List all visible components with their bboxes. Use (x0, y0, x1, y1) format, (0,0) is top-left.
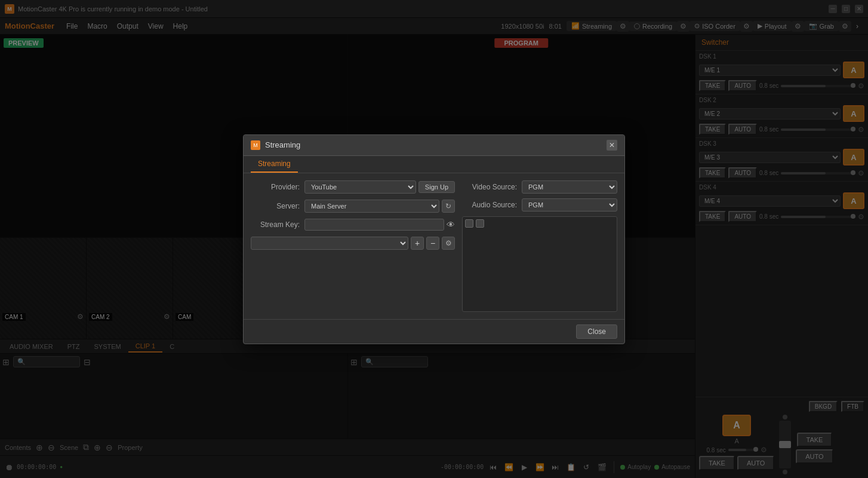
dialog-tab-streaming[interactable]: Streaming (251, 156, 298, 173)
audio-source-select[interactable]: PGM (522, 198, 617, 212)
video-source-row: Video Source: PGM (462, 180, 617, 194)
area-check1[interactable] (465, 219, 473, 228)
provider-select[interactable]: YouTube (304, 180, 416, 194)
provider-label: Provider: (251, 183, 304, 191)
dialog-title: Streaming (265, 140, 607, 149)
stream-area (462, 216, 617, 312)
dialog-tabs: Streaming (244, 156, 624, 173)
streamkey-row: Stream Key: 👁 (251, 219, 455, 231)
server-select[interactable]: Main Server (304, 200, 439, 213)
stream-add-button[interactable]: + (411, 237, 424, 250)
dialog-left: Provider: YouTube Sign Up Server: Main S… (251, 180, 455, 312)
video-source-select[interactable]: PGM (522, 180, 617, 194)
streamkey-label: Stream Key: (251, 220, 304, 229)
dialog-right: Video Source: PGM Audio Source: PGM (462, 180, 617, 312)
streamkey-control: 👁 (304, 219, 455, 231)
stream-settings-button[interactable]: ⚙ (442, 237, 455, 250)
dialog-icon: M (251, 140, 260, 150)
dialog-body: Provider: YouTube Sign Up Server: Main S… (244, 173, 624, 319)
signup-button[interactable]: Sign Up (418, 181, 455, 193)
server-label: Server: (251, 202, 304, 210)
streaming-dialog: M Streaming ✕ Streaming Provider: YouTub… (243, 134, 625, 344)
dialog-overlay: M Streaming ✕ Streaming Provider: YouTub… (0, 0, 868, 478)
dialog-titlebar: M Streaming ✕ (244, 135, 624, 156)
server-control: Main Server ↻ (304, 200, 455, 213)
stream-select[interactable] (251, 237, 408, 250)
stream-add-row: + − ⚙ (251, 237, 455, 250)
video-source-label: Video Source: (462, 183, 522, 191)
audio-source-row: Audio Source: PGM (462, 198, 617, 212)
area-check2[interactable] (476, 219, 484, 228)
dialog-close-button[interactable]: ✕ (607, 140, 617, 151)
provider-control: YouTube Sign Up (304, 180, 455, 194)
streamkey-input[interactable] (304, 219, 444, 231)
stream-minus-button[interactable]: − (426, 237, 439, 250)
eye-button[interactable]: 👁 (447, 220, 455, 229)
refresh-button[interactable]: ↻ (442, 200, 455, 213)
provider-row: Provider: YouTube Sign Up (251, 180, 455, 194)
server-row: Server: Main Server ↻ (251, 200, 455, 213)
dialog-close-btn[interactable]: Close (576, 324, 617, 339)
dialog-footer: Close (244, 319, 624, 344)
audio-source-label: Audio Source: (462, 201, 522, 209)
